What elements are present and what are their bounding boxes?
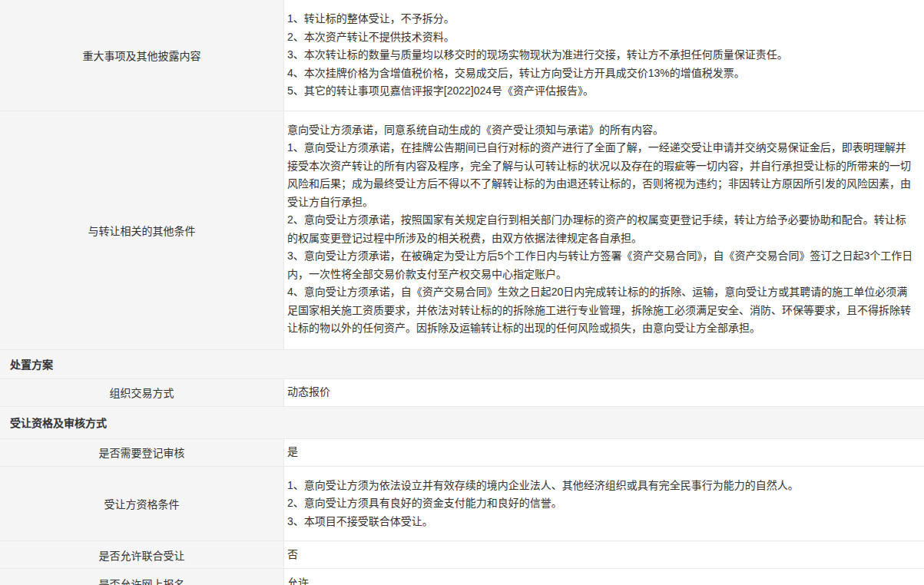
content-paragraph: 允许 (287, 574, 309, 585)
section-title: 处置方案 (10, 356, 53, 372)
section-header-disposal-plan: 处置方案 (0, 349, 924, 378)
content-paragraph: 是 (287, 443, 298, 461)
row-label: 重大事项及其他披露内容 (0, 0, 284, 111)
content-paragraph: 2、本次资产转让不提供技术资料。 (287, 28, 916, 47)
content-paragraph: 3、本项目不接受联合体受让。 (287, 513, 916, 531)
row-content: 否 (284, 541, 924, 568)
table-row-qualification-conditions: 受让方资格条件 1、意向受让方须为依法设立并有效存续的境内企业法人、其他经济组织… (0, 466, 924, 541)
row-content: 意向受让方须承诺，同意系统自动生成的《资产受让须知与承诺》的所有内容。1、意向受… (284, 111, 924, 349)
row-label: 是否允许网上报名 (0, 569, 284, 585)
content-paragraph: 1、转让标的整体受让，不予拆分。 (287, 10, 916, 28)
content-paragraph: 5、其它的转让事项见嘉信评报字[2022]024号《资产评估报告》。 (287, 82, 916, 101)
row-label: 是否允许联合受让 (0, 541, 284, 568)
row-content: 是 (284, 439, 924, 466)
table-row-online-registration-allowed: 是否允许网上报名 允许 (0, 568, 924, 585)
asset-transfer-disclosure-table: 重大事项及其他披露内容 1、转让标的整体受让，不予拆分。2、本次资产转让不提供技… (0, 0, 924, 585)
content-paragraph: 否 (287, 546, 298, 564)
content-paragraph: 3、本次转让标的数量与质量均以移交时的现场实物现状为准进行交接，转让方不承担任何… (287, 46, 916, 64)
content-paragraph: 1、意向受让方须为依法设立并有效存续的境内企业法人、其他经济组织或具有完全民事行… (287, 477, 916, 495)
table-row-major-matters: 重大事项及其他披露内容 1、转让标的整体受让，不予拆分。2、本次资产转让不提供技… (0, 0, 924, 111)
content-paragraph: 3、意向受让方须承诺，在被确定为受让方后5个工作日内与转让方签署《资产交易合同》… (287, 247, 916, 283)
row-label: 与转让相关的其他条件 (0, 111, 284, 349)
row-content: 1、转让标的整体受让，不予拆分。2、本次资产转让不提供技术资料。3、本次转让标的… (284, 0, 924, 111)
table-row-transaction-method: 组织交易方式 动态报价 (0, 378, 924, 406)
section-title: 受让资格及审核方式 (10, 415, 107, 430)
row-content: 动态报价 (284, 379, 924, 406)
content-paragraph: 动态报价 (287, 383, 330, 402)
content-paragraph: 意向受让方须承诺，同意系统自动生成的《资产受让须知与承诺》的所有内容。 (287, 121, 916, 140)
table-row-joint-transfer-allowed: 是否允许联合受让 否 (0, 540, 924, 568)
content-paragraph: 4、本次挂牌价格为含增值税价格，交易成交后，转让方向受让方开具成交价13%的增值… (287, 64, 916, 83)
row-label: 受让方资格条件 (0, 467, 284, 541)
row-content: 允许 (284, 569, 924, 585)
row-content: 1、意向受让方须为依法设立并有效存续的境内企业法人、其他经济组织或具有完全民事行… (284, 467, 924, 541)
content-paragraph: 1、意向受让方须承诺，在挂牌公告期间已自行对标的资产进行了全面了解，一经递交受让… (287, 139, 916, 211)
row-label: 是否需要登记审核 (0, 439, 284, 466)
content-paragraph: 4、意向受让方须承诺，自《资产交易合同》生效之日起20日内完成转让标的的拆除、运… (287, 283, 916, 338)
section-header-transferee-qualification: 受让资格及审核方式 (0, 406, 924, 438)
content-paragraph: 2、意向受让方须承诺，按照国家有关规定自行到相关部门办理标的资产的权属变更登记手… (287, 211, 916, 247)
content-paragraph: 2、意向受让方须具有良好的资金支付能力和良好的信誉。 (287, 494, 916, 513)
table-row-registration-review: 是否需要登记审核 是 (0, 438, 924, 466)
row-label: 组织交易方式 (0, 379, 284, 406)
table-row-other-transfer-conditions: 与转让相关的其他条件 意向受让方须承诺，同意系统自动生成的《资产受让须知与承诺》… (0, 111, 924, 349)
